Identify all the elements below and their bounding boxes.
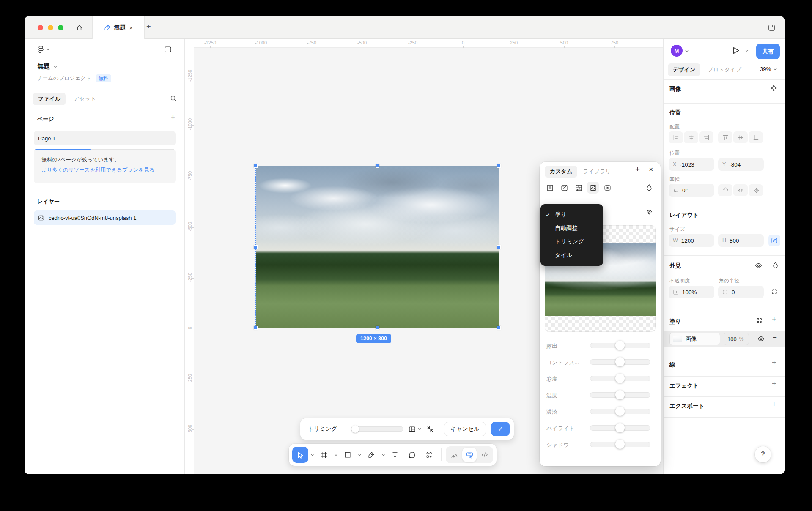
resize-handle-s[interactable] [376,326,379,330]
slider-thumb[interactable] [615,440,625,449]
align-right-button[interactable] [699,131,713,143]
visibility-eye-icon[interactable] [755,262,762,269]
file-name-menu[interactable]: 無題 [37,63,58,71]
collapse-icon[interactable] [427,426,433,432]
comment-tool[interactable] [404,447,420,463]
resize-handle-w[interactable] [254,245,258,249]
avatar[interactable]: M [671,45,683,57]
tab-files[interactable]: ファイル [33,93,66,105]
frame-tool-chevron-icon[interactable] [333,453,339,457]
slider-tint[interactable] [590,409,650,414]
fill-type-image-button[interactable] [587,182,599,194]
crop-zoom-slider[interactable] [351,426,403,432]
height-field[interactable]: H 800 [718,234,764,247]
traffic-close-button[interactable] [38,25,43,30]
resize-handle-sw[interactable] [254,326,258,330]
slider-thumb[interactable] [615,407,625,416]
slider-shadows[interactable] [590,442,650,447]
fill-type-pattern-button[interactable] [573,182,584,194]
resize-handle-ne[interactable] [497,164,501,168]
slider-temperature[interactable] [590,392,650,398]
upgrade-plan-link[interactable]: より多くのリソースを利用できるプランを見る [41,167,154,174]
resize-handle-nw[interactable] [254,164,258,168]
independent-corners-icon[interactable] [771,288,778,295]
slider-thumb[interactable] [615,374,625,383]
component-icon[interactable] [770,85,777,92]
flip-horizontal-button[interactable] [733,184,748,196]
opacity-field[interactable]: 100% [669,286,714,298]
slider-thumb[interactable] [615,357,625,366]
align-bottom-button[interactable] [749,131,763,143]
fill-row[interactable]: 画像 100 % − [664,331,785,347]
add-swatch-button[interactable]: + [635,165,640,174]
fill-type-gradient-button[interactable] [558,182,570,194]
fill-visibility-eye-icon[interactable] [757,335,765,342]
flip-vertical-button[interactable] [749,184,763,196]
zoom-control[interactable]: 39% [760,66,777,72]
resize-handle-e[interactable] [497,245,501,249]
fill-chip[interactable]: 画像 [669,333,720,345]
corner-radius-field[interactable]: 0 [718,286,764,298]
confirm-crop-button[interactable]: ✓ [491,422,510,436]
menu-item-tile[interactable]: タイル [540,249,603,262]
align-v-center-button[interactable] [733,131,748,143]
aspect-lock-button[interactable] [768,235,780,246]
sidebar-toggle-button[interactable] [164,46,172,53]
pen-tool[interactable] [363,447,379,463]
width-field[interactable]: W 1200 [669,234,714,247]
x-position-field[interactable]: X -1023 [669,158,714,171]
window-workspace-icon[interactable] [765,22,777,33]
add-export-button[interactable]: + [772,400,776,409]
menu-item-crop[interactable]: トリミング [540,235,603,249]
text-tool[interactable] [387,447,403,463]
traffic-zoom-button[interactable] [58,25,63,30]
crop-zoom-slider-thumb[interactable] [351,425,359,433]
document-tab[interactable]: 無題 × [92,16,145,39]
add-page-button[interactable]: + [171,113,175,121]
tab-prototype[interactable]: プロトタイプ [702,63,746,76]
align-left-button[interactable] [669,131,683,143]
new-tab-button[interactable]: + [146,22,151,31]
tab-close-icon[interactable]: × [129,25,133,31]
draw-mode-button[interactable] [447,448,461,462]
present-play-icon[interactable] [731,46,740,55]
remove-fill-button[interactable]: − [773,333,777,342]
share-button[interactable]: 共有 [756,44,780,59]
crop-aspect-button[interactable] [409,426,422,433]
tab-assets[interactable]: アセット [69,93,101,105]
search-icon[interactable] [170,95,177,102]
close-panel-button[interactable]: × [649,165,653,174]
dev-mode-button[interactable] [477,448,492,462]
menu-item-fit[interactable]: 自動調整 [540,221,603,235]
rotation-field[interactable]: 0° [669,184,714,197]
blend-droplet-icon[interactable] [645,184,653,191]
slider-highlights[interactable] [590,425,650,431]
traffic-minimize-button[interactable] [48,25,53,30]
align-top-button[interactable] [718,131,732,143]
slider-exposure[interactable] [590,343,650,348]
move-tool[interactable] [292,447,308,463]
tab-design[interactable]: デザイン [668,63,700,76]
account-chevron-icon[interactable] [685,49,689,53]
present-chevron-icon[interactable] [745,49,749,53]
fill-type-video-button[interactable] [601,182,613,194]
fill-type-solid-button[interactable] [544,182,556,194]
add-fill-button[interactable]: + [772,315,776,324]
add-stroke-button[interactable]: + [772,358,776,367]
help-button[interactable]: ? [755,446,771,462]
fill-styles-icon[interactable] [756,317,763,324]
shape-tool[interactable] [340,447,356,463]
slider-saturation[interactable] [590,376,650,381]
resize-handle-n[interactable] [376,164,379,168]
shape-tool-chevron-icon[interactable] [357,453,362,457]
fill-opacity-field[interactable]: 100 % [724,333,749,345]
rotate-button[interactable] [718,184,732,196]
layer-item[interactable]: cedric-vt-ua0SnGdN-m8-unsplash 1 [34,210,176,225]
align-h-center-button[interactable] [684,131,698,143]
frame-tool[interactable] [316,447,332,463]
slider-contrast[interactable] [590,359,650,365]
rotate-image-icon[interactable] [645,209,653,217]
selected-image[interactable] [256,166,499,328]
main-menu-button[interactable] [36,46,50,53]
y-position-field[interactable]: Y -804 [718,158,764,171]
